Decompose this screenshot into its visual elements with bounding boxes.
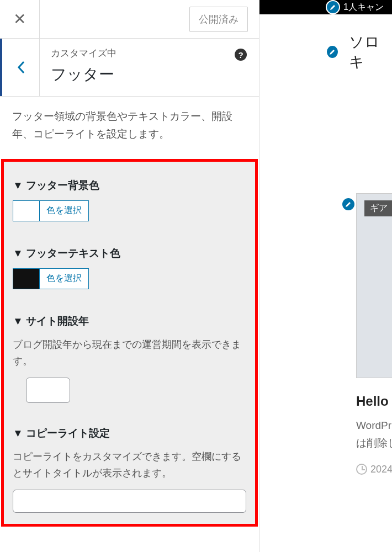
edit-shortcut-icon[interactable] (341, 197, 356, 211)
footer-text-button-label: 色を選択 (40, 269, 88, 289)
control-site-year: ▼ サイト開設年 ブログ開設年から現在までの運営期間を表示できます。 (13, 314, 246, 403)
control-copyright: ▼ コピーライト設定 コピーライトをカスタマイズできます。空欄にするとサイトタイ… (13, 426, 246, 513)
site-year-desc: ブログ開設年から現在までの運営期間を表示できます。 (13, 336, 246, 370)
footer-bg-picker[interactable]: 色を選択 (13, 200, 89, 221)
post-category-tag[interactable]: ギア (364, 200, 392, 216)
close-button[interactable]: ✕ (0, 0, 40, 38)
site-year-input[interactable] (26, 378, 70, 403)
footer-text-picker[interactable]: 色を選択 (13, 268, 89, 289)
post-date-text: 2024 (370, 464, 392, 475)
post-thumbnail[interactable]: ギア (356, 193, 392, 378)
title-row: カスタマイズ中 フッター ? (0, 39, 259, 97)
section-title: フッター (51, 64, 248, 85)
pencil-icon (329, 49, 336, 55)
site-title[interactable]: ソロキ (349, 32, 392, 72)
customizing-label: カスタマイズ中 (51, 47, 248, 60)
help-icon[interactable]: ? (235, 49, 247, 61)
preview-post-card: ギア Hello WordPr は削除し 2024 (356, 193, 392, 475)
control-footer-text: ▼ フッターテキスト色 色を選択 (13, 246, 246, 291)
copyright-input[interactable] (13, 490, 246, 513)
edit-shortcut-icon[interactable] (326, 0, 340, 14)
preview-pane: 1人キャン ソロキ ギア Hello WordPr は削除し 2024 (259, 0, 392, 552)
customizer-panel: ✕ 公開済み カスタマイズ中 フッター ? フッター領域の背景色やテキストカラー… (0, 0, 259, 552)
color-swatch-black (13, 269, 40, 289)
panel-header: ✕ 公開済み (0, 0, 259, 39)
preview-adminbar: 1人キャン (259, 0, 392, 14)
title-content: カスタマイズ中 フッター ? (40, 39, 259, 96)
copyright-label: ▼ コピーライト設定 (13, 426, 246, 440)
section-description: フッター領域の背景色やテキストカラー、開設年、コピーライトを設定します。 (0, 97, 259, 159)
control-footer-bg: ▼ フッター背景色 色を選択 (13, 178, 246, 223)
back-button[interactable] (0, 39, 40, 96)
edit-shortcut-icon[interactable] (326, 45, 339, 59)
pencil-icon (345, 201, 352, 208)
pencil-icon (330, 4, 336, 10)
post-title[interactable]: Hello (356, 394, 392, 409)
preview-site-heading: ソロキ (259, 14, 392, 72)
publish-button[interactable]: 公開済み (189, 7, 248, 32)
color-swatch-white (13, 201, 40, 221)
footer-bg-button-label: 色を選択 (40, 201, 88, 221)
publish-area: 公開済み (40, 0, 259, 38)
close-icon: ✕ (13, 10, 26, 28)
controls-highlight: ▼ フッター背景色 色を選択 ▼ フッターテキスト色 色を選択 ▼ サイト開設年… (1, 159, 258, 527)
copyright-desc: コピーライトをカスタマイズできます。空欄にするとサイトタイトルが表示されます。 (13, 448, 246, 482)
site-year-label: ▼ サイト開設年 (13, 314, 246, 328)
footer-bg-label: ▼ フッター背景色 (13, 178, 246, 193)
clock-icon (356, 464, 367, 475)
post-excerpt: WordPr は削除し (356, 417, 392, 453)
post-date: 2024 (356, 464, 392, 475)
chevron-left-icon (17, 61, 25, 74)
adminbar-text: 1人キャン (343, 2, 384, 13)
footer-text-label: ▼ フッターテキスト色 (13, 246, 246, 261)
